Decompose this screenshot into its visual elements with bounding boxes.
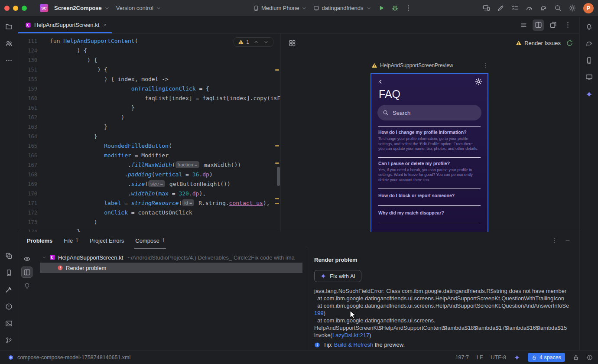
- device-streaming-icon[interactable]: [481, 3, 492, 14]
- preview-menu-icon[interactable]: [482, 62, 488, 68]
- next-problem-icon[interactable]: [263, 39, 269, 45]
- tree-problem-row[interactable]: Render problem: [40, 263, 302, 273]
- preview-layout-icon[interactable]: [289, 39, 296, 47]
- code-line[interactable]: 173 ): [18, 218, 280, 227]
- editor-tab[interactable]: HelpAndSupportScreen.kt: [18, 16, 112, 33]
- panel-tab-project-errors[interactable]: Project Errors: [90, 232, 124, 249]
- code-line[interactable]: 174 }: [18, 227, 280, 232]
- editor-scrollbar[interactable]: [277, 167, 280, 186]
- warning-icon: [371, 62, 377, 68]
- stack-trace-link[interactable]: LazyDsl.kt:217: [332, 332, 369, 338]
- fix-with-ai-button[interactable]: Fix with AI: [314, 270, 361, 282]
- code-line[interactable]: 165 RoundedFilledButton(: [18, 141, 280, 151]
- more-actions-icon[interactable]: [405, 4, 412, 12]
- minimize-window-button[interactable]: [13, 6, 18, 11]
- close-tab-icon[interactable]: [102, 23, 107, 28]
- code-line[interactable]: 159 onTrailingIconClick = {: [18, 84, 280, 94]
- detach-window-icon[interactable]: [547, 20, 559, 31]
- preview-card-title[interactable]: HelpAndSupportScreenPreview: [380, 62, 453, 68]
- list-icon[interactable]: [518, 20, 529, 31]
- device-explorer-icon[interactable]: [3, 267, 15, 278]
- notifications-info-icon[interactable]: [587, 354, 593, 361]
- search-icon[interactable]: [552, 3, 563, 14]
- chevron-down-icon: [156, 5, 162, 11]
- gradle-icon[interactable]: [583, 38, 595, 49]
- debug-button[interactable]: [391, 4, 399, 12]
- tree-file-row[interactable]: HelpAndSupportScreen.kt ~/AndroidStudioP…: [36, 252, 307, 263]
- open-preview-button[interactable]: [21, 266, 32, 278]
- code-line[interactable]: 163 }: [18, 122, 280, 132]
- tree-file-name: HelpAndSupportScreen.kt: [58, 254, 123, 261]
- stack-trace-link[interactable]: 199: [314, 310, 324, 316]
- line-separator[interactable]: LF: [477, 354, 483, 361]
- device-manager-icon[interactable]: [583, 55, 595, 66]
- folder-icon[interactable]: [3, 21, 15, 32]
- more-vertical-icon[interactable]: [562, 20, 573, 31]
- chevron-down-icon[interactable]: [42, 255, 47, 260]
- render-issues-button[interactable]: Render Issues: [516, 40, 561, 46]
- commit-icon[interactable]: [3, 250, 15, 261]
- more-horizontal-icon[interactable]: [3, 55, 15, 66]
- file-encoding[interactable]: UTF-8: [491, 354, 506, 361]
- code-line[interactable]: 124 ) {: [18, 46, 280, 55]
- users-icon[interactable]: [3, 38, 15, 49]
- close-window-button[interactable]: [4, 6, 10, 11]
- code-line[interactable]: 161 }: [18, 103, 280, 113]
- code-line[interactable]: 172 onClick = contactUsOnClick: [18, 208, 280, 218]
- prev-problem-icon[interactable]: [253, 39, 259, 45]
- ai-assistant-icon[interactable]: [495, 3, 506, 14]
- hide-panel-icon[interactable]: [565, 237, 571, 244]
- panel-tab-compose[interactable]: Compose1: [135, 232, 165, 249]
- tab-title: HelpAndSupportScreen.kt: [34, 22, 99, 28]
- split-editor-icon[interactable]: [533, 20, 544, 31]
- gemini-icon[interactable]: [583, 88, 595, 100]
- user-avatar[interactable]: P: [583, 3, 594, 13]
- code-line[interactable]: 162 ): [18, 113, 280, 122]
- kotlin-file-icon: [49, 254, 55, 260]
- git-branch-icon[interactable]: [3, 335, 15, 346]
- code-line[interactable]: 167 .fillMaxWidth(fraction = maxWidth()): [18, 160, 280, 170]
- code-line[interactable]: 160 faqList[index] = faqList[index].copy…: [18, 94, 280, 103]
- code-line[interactable]: 130 ) {: [18, 55, 280, 65]
- code-line[interactable]: 169 .size(size = getButtonHeight()): [18, 179, 280, 189]
- code-line[interactable]: 171 label = stringResource(id = R.string…: [18, 198, 280, 208]
- code-editor[interactable]: 111fun HelpAndSupportContent(124 ) {130 …: [18, 34, 281, 232]
- code-line[interactable]: 170 .widthIn(max = 320.dp),: [18, 189, 280, 198]
- run-config-selector[interactable]: datingandfriends: [313, 5, 371, 11]
- gear-icon: [475, 78, 482, 85]
- running-devices-icon[interactable]: [583, 72, 595, 83]
- settings-icon[interactable]: [566, 3, 578, 14]
- profiler-icon[interactable]: [523, 3, 535, 14]
- code-line[interactable]: 155 ) { index, model ->: [18, 75, 280, 84]
- build-icon[interactable]: [3, 284, 15, 295]
- project-widget[interactable]: Screen2Compose: [54, 5, 110, 11]
- zoom-window-button[interactable]: [22, 6, 27, 11]
- terminal-icon[interactable]: [3, 318, 15, 329]
- gradle-icon[interactable]: [538, 3, 549, 14]
- gemini-status-icon[interactable]: [514, 354, 520, 361]
- build-refresh-link[interactable]: Build & Refresh: [334, 341, 373, 348]
- status-file-name[interactable]: compose-compose-model-1758748140651.xml: [17, 354, 130, 361]
- indent-widget[interactable]: 4 spaces: [528, 353, 565, 362]
- stack-trace-line: HelpAndSupportScreenKt$HelpAndSupportCon…: [314, 324, 579, 332]
- run-button[interactable]: [378, 4, 385, 12]
- inspections-widget[interactable]: 1: [234, 37, 273, 47]
- view-options-button[interactable]: [21, 253, 32, 264]
- write-access-icon[interactable]: [573, 354, 579, 361]
- quick-fix-bulb-icon[interactable]: [21, 280, 32, 291]
- vcs-widget[interactable]: Version control: [116, 5, 162, 11]
- caret-position[interactable]: 197:7: [455, 354, 469, 361]
- device-selector[interactable]: Medium Phone: [253, 5, 307, 11]
- preview-phone-frame[interactable]: FAQ Search How do I change my profile in…: [370, 73, 488, 232]
- task-list-icon[interactable]: [509, 3, 520, 14]
- panel-tab-file[interactable]: File1: [64, 232, 78, 249]
- code-line[interactable]: 166 modifier = Modifier: [18, 151, 280, 160]
- faq-item: How do I block or report someone?: [378, 188, 481, 206]
- refresh-preview-icon[interactable]: [566, 39, 573, 47]
- problems-icon[interactable]: [3, 301, 15, 312]
- panel-options-icon[interactable]: [552, 237, 558, 244]
- code-line[interactable]: 164 }: [18, 132, 280, 141]
- code-line[interactable]: 151 ) {: [18, 65, 280, 75]
- bell-icon[interactable]: [583, 21, 595, 32]
- code-line[interactable]: 168 .padding(vertical = 36.dp): [18, 170, 280, 179]
